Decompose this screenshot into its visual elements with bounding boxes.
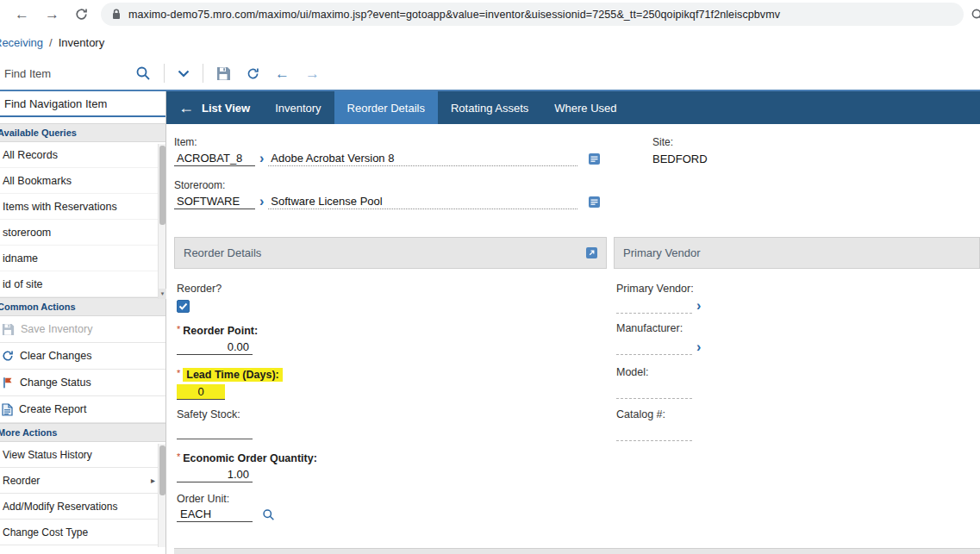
tab-inventory[interactable]: Inventory	[262, 91, 334, 124]
storeroom-value-field[interactable]: SOFTWARE	[174, 194, 255, 209]
storeroom-detail-menu-icon[interactable]	[589, 196, 600, 208]
more-action-label: Add/Modify Reservations	[3, 501, 117, 513]
save-icon[interactable]	[216, 66, 231, 81]
site-field-group: Site: BEDFORD	[652, 136, 708, 165]
query-item-storeroom[interactable]: storeroom	[0, 220, 165, 246]
primary-vendor-chevron-icon[interactable]: ›	[696, 299, 701, 313]
catalog-label: Catalog #:	[616, 408, 692, 420]
next-section-edge	[174, 548, 980, 554]
item-field-group: Item: ACROBAT_8 › Adobe Acrobat Version …	[174, 136, 600, 166]
order-unit-value-field[interactable]: EACH	[177, 507, 253, 522]
query-item-idname[interactable]: idname	[0, 246, 165, 271]
tab-rotating-assets[interactable]: Rotating Assets	[438, 91, 541, 124]
manufacturer-chevron-icon[interactable]: ›	[696, 340, 701, 354]
browser-bar: ← → maximo-demo75.mro.com/maximo/ui/maxi…	[0, 0, 980, 28]
reorder-details-section-title: Reorder Details	[184, 246, 261, 259]
manufacturer-value-field[interactable]	[616, 341, 692, 355]
more-action-reorder[interactable]: Reorder ▸	[0, 468, 165, 494]
action-save-inventory[interactable]: Save Inventory	[0, 316, 165, 343]
breadcrumb-separator: /	[49, 36, 53, 49]
order-unit-label: Order Unit:	[177, 493, 275, 505]
query-item-id-of-site[interactable]: id of site	[0, 271, 165, 297]
find-item-input[interactable]	[4, 67, 124, 80]
clear-changes-icon	[2, 350, 14, 362]
queries-scrollbar-thumb[interactable]	[159, 146, 165, 225]
browser-back-icon[interactable]: ←	[15, 7, 29, 22]
toolbar-divider	[203, 64, 203, 83]
reorder-point-field-group: *Reorder Point: 0.00	[177, 322, 258, 355]
submenu-arrow-icon: ▸	[151, 476, 155, 485]
reorder-checkbox[interactable]	[177, 300, 190, 313]
reorder-details-section-header: Reorder Details	[174, 237, 607, 269]
breadcrumb-current: Inventory	[59, 36, 104, 49]
safety-stock-value-field[interactable]	[177, 425, 253, 439]
action-clear-changes[interactable]: Clear Changes	[0, 343, 165, 370]
maximize-section-icon[interactable]	[586, 247, 597, 258]
primary-vendor-value-field[interactable]	[616, 300, 692, 314]
back-arrow-icon: ←	[178, 100, 194, 115]
more-actions-scrollbar[interactable]	[158, 444, 165, 547]
change-status-icon	[2, 377, 14, 389]
more-action-view-status-history[interactable]: View Status History	[0, 442, 165, 468]
query-item-items-with-reservations[interactable]: Items with Reservations	[0, 194, 165, 220]
catalog-value-field[interactable]	[616, 427, 692, 441]
clear-changes-icon[interactable]	[247, 67, 259, 80]
action-change-status[interactable]: Change Status	[0, 370, 165, 396]
manufacturer-field-group: Manufacturer: ›	[616, 322, 701, 355]
browser-forward-icon[interactable]: →	[45, 7, 59, 22]
safety-stock-field-group: Safety Stock:	[177, 408, 253, 439]
primary-vendor-section-title: Primary Vendor	[623, 246, 701, 259]
action-create-report[interactable]: Create Report	[0, 396, 165, 423]
model-value-field[interactable]	[616, 385, 692, 399]
item-description-field[interactable]: Adobe Acrobat Version 8	[268, 151, 577, 166]
action-label: Save Inventory	[21, 323, 92, 335]
model-field-group: Model:	[616, 366, 692, 399]
tab-reorder-details[interactable]: Reorder Details	[334, 91, 438, 124]
previous-record-icon[interactable]: ←	[275, 66, 290, 81]
find-item-box	[0, 65, 128, 81]
tab-where-used[interactable]: Where Used	[541, 91, 629, 124]
item-value-field[interactable]: ACROBAT_8	[174, 151, 255, 166]
query-item-all-records[interactable]: All Records	[0, 142, 165, 168]
more-action-label: Reorder	[3, 475, 40, 487]
primary-vendor-field-group: Primary Vendor: ›	[616, 283, 701, 314]
list-view-label: List View	[202, 102, 250, 115]
more-action-label: Change Cost Type	[3, 526, 88, 538]
list-view-button[interactable]: ← List View	[166, 91, 262, 124]
scroll-down-arrow-icon[interactable]: ▼	[159, 289, 166, 299]
zoom-icon[interactable]	[971, 8, 980, 22]
search-icon[interactable]	[135, 65, 151, 81]
breadcrumb: Receiving / Inventory	[0, 31, 980, 54]
site-label: Site:	[652, 136, 708, 148]
queries-scrollbar[interactable]: ▼	[158, 144, 165, 299]
lead-time-value-field[interactable]: 0	[177, 384, 225, 400]
next-record-icon[interactable]: →	[305, 66, 320, 81]
address-bar[interactable]: maximo-demo75.mro.com/maximo/ui/maximo.j…	[101, 3, 964, 26]
eoq-value-field[interactable]: 1.00	[177, 467, 253, 482]
model-label: Model:	[616, 366, 692, 378]
item-detail-chevron-icon[interactable]: ›	[259, 152, 264, 165]
chevron-down-icon[interactable]	[178, 70, 190, 78]
create-report-icon	[2, 403, 13, 416]
content-area: Item: ACROBAT_8 › Adobe Acrobat Version …	[166, 124, 980, 554]
storeroom-detail-chevron-icon[interactable]: ›	[259, 195, 264, 209]
save-inventory-icon	[2, 323, 15, 336]
breadcrumb-link-receiving[interactable]: Receiving	[0, 36, 43, 49]
more-action-add-modify-reservations[interactable]: Add/Modify Reservations	[0, 494, 165, 520]
eoq-field-group: *Economic Order Quantity: 1.00	[177, 450, 317, 482]
find-navigation-item[interactable]: Find Navigation Item	[0, 91, 165, 117]
storeroom-field-group: Storeroom: SOFTWARE › Software License P…	[174, 179, 600, 209]
reorder-field-group: Reorder?	[177, 283, 222, 313]
query-item-all-bookmarks[interactable]: All Bookmarks	[0, 168, 165, 194]
browser-reload-icon[interactable]	[75, 8, 88, 21]
reorder-point-value-field[interactable]: 0.00	[177, 339, 253, 355]
primary-vendor-section-header: Primary Vendor	[614, 237, 980, 269]
order-unit-lookup-icon[interactable]	[262, 508, 275, 521]
item-detail-menu-icon[interactable]	[589, 153, 600, 165]
tab-bar: ← List View Inventory Reorder Details Ro…	[166, 91, 980, 124]
more-action-change-cost-type[interactable]: Change Cost Type	[0, 520, 165, 545]
site-value: BEDFORD	[652, 153, 708, 165]
storeroom-description-field[interactable]: Software License Pool	[268, 194, 577, 209]
more-actions-scrollbar-thumb[interactable]	[159, 445, 165, 495]
eoq-label: Economic Order Quantity:	[183, 452, 317, 464]
